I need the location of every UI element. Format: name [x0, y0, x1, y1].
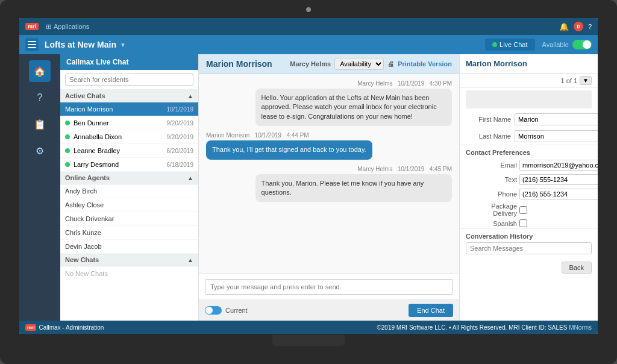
chat-input-area	[199, 274, 459, 300]
online-agents-arrow: ▲	[187, 175, 193, 181]
message-2: Marion Morrison 10/1/2019 4:44 PM Thank …	[206, 132, 452, 159]
live-chat-button[interactable]: Live Chat	[485, 39, 534, 51]
message-3: Marcy Helms 10/1/2019 4:45 PM Thank you,…	[206, 166, 452, 202]
last-name-label: Last Name	[466, 133, 511, 140]
chat-item-marion[interactable]: Marion Morrison 10/1/2019	[60, 102, 198, 116]
live-chat-label: Live Chat	[500, 41, 527, 48]
chat-input[interactable]	[205, 279, 453, 295]
bell-icon[interactable]: 🔔	[559, 22, 569, 31]
current-toggle[interactable]	[205, 306, 222, 315]
chat-item-annabella[interactable]: Annabella Dixon 9/20/2019	[60, 130, 198, 144]
available-label: Available	[542, 41, 569, 48]
chat-main-header: Marion Morrison Marcy Helms Availability…	[199, 54, 459, 74]
resident-panel-header: Marion Morrison	[460, 54, 598, 74]
text-input[interactable]	[519, 174, 598, 185]
agent-item-devin[interactable]: Devin Jacob	[60, 240, 198, 254]
msg-bubble-3: Thank you, Marion. Please let me know if…	[255, 174, 452, 202]
apps-label[interactable]: Applications	[54, 23, 89, 30]
messages-area: Marcy Helms 10/1/2019 4:30 PM Hello. You…	[199, 74, 459, 274]
email-group: Email ✏	[460, 158, 598, 172]
resident-nav-count: 1 of 1	[561, 77, 578, 84]
back-btn-area: Back	[460, 258, 598, 277]
help-icon[interactable]: ?	[588, 23, 592, 30]
current-toggle-group: Current	[205, 306, 248, 315]
email-input[interactable]	[519, 160, 598, 171]
last-name-input[interactable]	[515, 130, 598, 142]
availability-toggle[interactable]	[572, 40, 592, 49]
msg-meta-2: Marion Morrison 10/1/2019 4:44 PM	[206, 132, 309, 139]
live-chat-dot	[492, 42, 497, 47]
sidebar-item-home[interactable]: 🏠	[29, 60, 51, 82]
mnorms-link[interactable]: MNorms	[569, 324, 592, 331]
sidebar-item-reports[interactable]: 📋	[29, 113, 51, 135]
mri-logo-icon: mri	[25, 23, 39, 30]
bottom-logo: mri Callmax - Administration	[25, 324, 104, 331]
chat-main: Marion Morrison Marcy Helms Availability…	[199, 54, 459, 321]
phone-input[interactable]	[519, 189, 598, 199]
chat-item-larry[interactable]: Larry Desmond 6/18/2019	[60, 158, 198, 172]
first-name-label: First Name	[466, 116, 511, 123]
active-chats-arrow: ▲	[187, 93, 193, 99]
agent-item-chris[interactable]: Chris Kunze	[60, 226, 198, 240]
chat-resident-name: Marion Morrison	[206, 59, 272, 69]
package-delivery-checkbox[interactable]	[519, 206, 527, 214]
agent-selector: Marcy Helms Availability 🖨 Printable Ver…	[290, 58, 452, 70]
chat-panel: Callmax Live Chat Active Chats ▲ Marion …	[60, 54, 199, 321]
first-name-group: First Name	[460, 111, 598, 128]
sidebar-item-help[interactable]: ?	[29, 87, 51, 108]
chat-search-area	[60, 70, 198, 90]
package-delivery-group: Package Delivery	[460, 201, 598, 218]
spanish-label: Spanish	[466, 220, 517, 227]
client-id-text: MRI Client ID: SALES	[509, 324, 567, 331]
phone-label: Phone	[466, 190, 517, 198]
chat-panel-header: Callmax Live Chat	[60, 54, 198, 70]
chat-item-ben[interactable]: Ben Dunner 9/20/2019	[60, 116, 198, 130]
status-dot-annabella	[65, 134, 70, 139]
msg-bubble-2: Thank you, I'll get that signed and back…	[206, 140, 372, 159]
bottom-app-name: Callmax - Administration	[39, 324, 104, 331]
availability-select[interactable]: Availability	[334, 58, 384, 70]
end-chat-button[interactable]: End Chat	[409, 304, 453, 317]
no-new-chats: No New Chats	[60, 266, 198, 281]
bottom-bar: mri Callmax - Administration ©2019 MRI S…	[19, 321, 598, 334]
new-chats-section[interactable]: New Chats ▲	[60, 254, 198, 266]
msg-bubble-1: Hello. Your application at the Lofts at …	[255, 89, 452, 126]
property-dropdown-icon[interactable]: ▼	[120, 42, 126, 48]
property-name: Lofts at New Main	[45, 40, 116, 49]
online-agents-label: Online Agents	[65, 174, 110, 181]
printable-link[interactable]: Printable Version	[398, 60, 452, 67]
first-name-input[interactable]	[515, 113, 598, 125]
resident-nav: 1 of 1 ▼	[460, 74, 598, 88]
agent-item-chuck[interactable]: Chuck Drivenkar	[60, 212, 198, 226]
spanish-checkbox[interactable]	[519, 219, 527, 227]
agent-item-andy[interactable]: Andy Birch	[60, 184, 198, 198]
contact-prefs-section: Contact Preferences	[460, 145, 598, 158]
bottom-mri-logo: mri	[25, 324, 36, 331]
msg-meta-3: Marcy Helms 10/1/2019 4:45 PM	[357, 166, 452, 172]
chat-panel-title: Callmax Live Chat	[66, 58, 128, 66]
text-label: Text	[466, 176, 517, 183]
topbar-logo: mri	[25, 23, 39, 30]
printer-icon[interactable]: 🖨	[387, 60, 394, 67]
topbar-icons: 🔔 0 ?	[559, 22, 592, 31]
sidebar-item-settings[interactable]: ⚙	[29, 140, 51, 162]
chat-item-leanne[interactable]: Leanne Bradley 6/20/2019	[60, 144, 198, 158]
resident-nav-dropdown[interactable]: ▼	[580, 76, 592, 85]
status-dot-leanne	[65, 148, 70, 153]
user-badge[interactable]: 0	[574, 22, 583, 31]
grid-icon: ⊞	[46, 23, 51, 31]
online-agents-section[interactable]: Online Agents ▲	[60, 172, 198, 184]
back-button[interactable]: Back	[562, 262, 592, 274]
last-name-group: Last Name	[460, 128, 598, 145]
chat-search-input[interactable]	[65, 74, 193, 86]
hamburger-menu[interactable]	[25, 38, 39, 51]
chat-footer: Current End Chat	[199, 300, 459, 321]
new-chats-arrow: ▲	[187, 257, 193, 263]
status-dot-ben	[65, 121, 70, 125]
agent-item-ashley[interactable]: Ashley Close	[60, 198, 198, 212]
email-label: Email	[466, 162, 517, 169]
phone-group: Phone ✏	[460, 187, 598, 201]
conv-search-input[interactable]	[466, 242, 592, 254]
subheader: Lofts at New Main ▼ Live Chat Available	[19, 35, 598, 54]
active-chats-section[interactable]: Active Chats ▲	[60, 90, 198, 102]
